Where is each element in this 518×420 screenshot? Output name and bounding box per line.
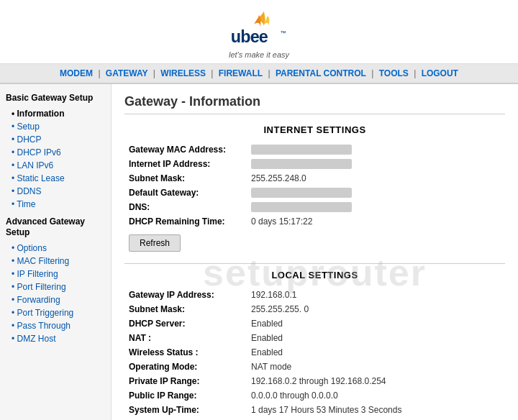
value-internet-ip: [247, 157, 505, 171]
sidebar-item-port-triggering[interactable]: • Port Triggering: [6, 306, 105, 319]
content-area: setuprouter Gateway - Information INTERN…: [112, 84, 518, 420]
label-gateway-ip: Gateway IP Address:: [124, 288, 247, 302]
value-subnet-mask: 255.255.248.0: [247, 171, 505, 186]
nav-modem[interactable]: MODEM: [60, 68, 93, 78]
sidebar-item-options[interactable]: • Options: [6, 242, 105, 255]
label-operating-mode: Operating Mode:: [124, 360, 247, 374]
navbar: MODEM | GATEWAY | WIRELESS | FIREWALL | …: [0, 64, 518, 84]
sidebar-item-dhcp-ipv6[interactable]: • DHCP IPv6: [6, 146, 105, 159]
table-row: Operating Mode: NAT mode: [124, 360, 505, 374]
blurred-ip: [251, 159, 352, 169]
value-system-uptime: 1 days 17 Hours 53 Minutes 3 Seconds: [247, 403, 505, 417]
blurred-dns: [251, 202, 352, 212]
nav-sep-3: |: [211, 68, 215, 78]
value-gateway-ip: 192.168.0.1: [247, 288, 505, 302]
ubee-logo: ubee ™: [212, 10, 306, 53]
table-row: Public IP Range: 0.0.0.0 through 0.0.0.0: [124, 388, 505, 403]
sidebar-item-setup[interactable]: • Setup: [6, 120, 105, 133]
table-row: Gateway IP Address: 192.168.0.1: [124, 288, 505, 302]
nav-sep-4: |: [268, 68, 272, 78]
label-internet-ip: Internet IP Address:: [124, 157, 247, 171]
sidebar-item-static-lease[interactable]: • Static Lease: [6, 172, 105, 185]
nav-parental-control[interactable]: PARENTAL CONTROL: [276, 68, 366, 78]
nav-sep-5: |: [371, 68, 376, 78]
sidebar-item-ip-filtering[interactable]: • IP Filtering: [6, 268, 105, 280]
table-row: Subnet Mask: 255.255.248.0: [124, 171, 505, 186]
table-row: Wireless Status : Enabled: [124, 345, 505, 360]
label-subnet-mask: Subnet Mask:: [124, 171, 247, 186]
svg-text:ubee: ubee: [231, 27, 268, 46]
blurred-mac: [251, 145, 352, 155]
value-local-subnet: 255.255.255. 0: [247, 302, 505, 316]
table-row: DHCP Server: Enabled: [124, 316, 505, 331]
table-row: Default Gateway:: [124, 186, 505, 200]
internet-section-header: INTERNET SETTINGS: [124, 124, 505, 135]
value-default-gateway: [247, 186, 505, 200]
sidebar-advanced-title: Advanced Gateway Setup: [6, 216, 105, 239]
label-dns: DNS:: [124, 200, 247, 214]
sidebar-item-pass-through[interactable]: • Pass Through: [6, 319, 105, 332]
nav-logout[interactable]: LOGOUT: [422, 68, 458, 78]
label-wireless-status: Wireless Status :: [124, 345, 247, 360]
value-dns: [247, 200, 505, 214]
table-row: DHCP Remaining Time: 0 days 15:17:22: [124, 214, 505, 229]
nav-firewall[interactable]: FIREWALL: [219, 68, 263, 78]
nav-wireless[interactable]: WIRELESS: [160, 68, 206, 78]
nav-sep-6: |: [414, 68, 418, 78]
sidebar-basic-title: Basic Gateway Setup: [6, 93, 105, 104]
sidebar: Basic Gateway Setup • Information • Setu…: [0, 84, 112, 420]
nav-tools[interactable]: TOOLS: [379, 68, 409, 78]
local-settings-table: Gateway IP Address: 192.168.0.1 Subnet M…: [124, 288, 505, 417]
sidebar-item-dhcp[interactable]: • DHCP: [6, 133, 105, 146]
sidebar-item-ddns[interactable]: • DDNS: [6, 185, 105, 198]
table-row: NAT : Enabled: [124, 331, 505, 345]
table-row: DNS:: [124, 200, 505, 214]
label-gateway-mac: Gateway MAC Address:: [124, 142, 247, 157]
value-dhcp-remaining: 0 days 15:17:22: [247, 214, 505, 229]
blurred-gw: [251, 188, 352, 198]
logo-container: ubee ™ let's make it easy: [212, 10, 306, 59]
main-layout: Basic Gateway Setup • Information • Setu…: [0, 84, 518, 420]
value-operating-mode: NAT mode: [247, 360, 505, 374]
sidebar-item-dmz-host[interactable]: • DMZ Host: [6, 332, 105, 345]
value-gateway-mac: [247, 142, 505, 157]
sidebar-item-information[interactable]: • Information: [6, 107, 105, 120]
svg-text:™: ™: [280, 29, 286, 37]
table-row: Internet IP Address:: [124, 157, 505, 171]
sidebar-item-port-filtering[interactable]: • Port Filtering: [6, 280, 105, 293]
value-private-ip-range: 192.168.0.2 through 192.168.0.254: [247, 374, 505, 388]
value-public-ip-range: 0.0.0.0 through 0.0.0.0: [247, 388, 505, 403]
label-dhcp-remaining: DHCP Remaining Time:: [124, 214, 247, 229]
table-row: Gateway MAC Address:: [124, 142, 505, 157]
label-local-subnet: Subnet Mask:: [124, 302, 247, 316]
nav-sep-1: |: [98, 68, 102, 78]
value-dhcp-server: Enabled: [247, 316, 505, 331]
refresh-button[interactable]: Refresh: [129, 234, 181, 252]
table-row: System Up-Time: 1 days 17 Hours 53 Minut…: [124, 403, 505, 417]
nav-gateway[interactable]: GATEWAY: [106, 68, 148, 78]
sidebar-item-lan-ipv6[interactable]: • LAN IPv6: [6, 159, 105, 172]
section-divider: [124, 263, 505, 264]
sidebar-item-time[interactable]: • Time: [6, 198, 105, 211]
value-wireless-status: Enabled: [247, 345, 505, 360]
value-nat: Enabled: [247, 331, 505, 345]
label-dhcp-server: DHCP Server:: [124, 316, 247, 331]
nav-sep-2: |: [153, 68, 158, 78]
label-system-uptime: System Up-Time:: [124, 403, 247, 417]
logo-tagline: let's make it easy: [229, 50, 289, 59]
table-row: Private IP Range: 192.168.0.2 through 19…: [124, 374, 505, 388]
label-nat: NAT :: [124, 331, 247, 345]
sidebar-item-mac-filtering[interactable]: • MAC Filtering: [6, 255, 105, 268]
label-default-gateway: Default Gateway:: [124, 186, 247, 200]
internet-settings-table: Gateway MAC Address: Internet IP Address…: [124, 142, 505, 229]
local-section-header: LOCAL SETTINGS: [124, 270, 505, 280]
label-public-ip-range: Public IP Range:: [124, 388, 247, 403]
table-row: Subnet Mask: 255.255.255. 0: [124, 302, 505, 316]
sidebar-item-forwarding[interactable]: • Forwarding: [6, 293, 105, 306]
page-title: Gateway - Information: [124, 94, 505, 114]
header: ubee ™ let's make it easy: [0, 0, 518, 64]
label-private-ip-range: Private IP Range:: [124, 374, 247, 388]
